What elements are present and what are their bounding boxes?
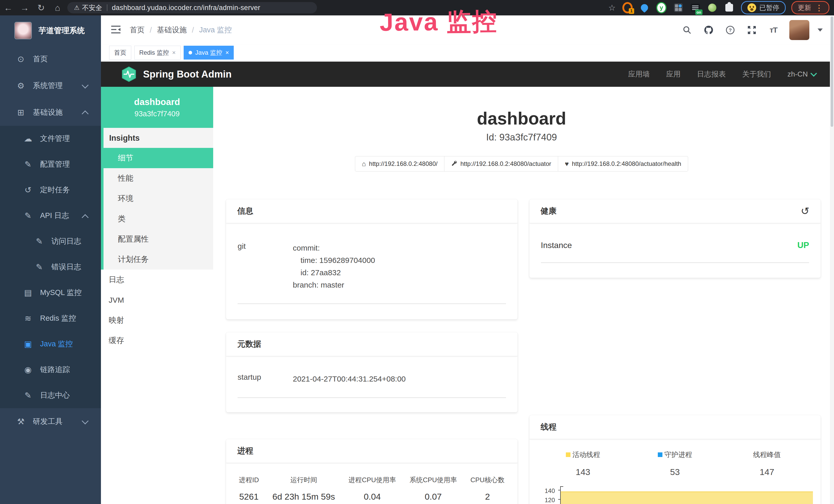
yellow-swatch-icon bbox=[566, 452, 570, 457]
sidebar-item-config-management[interactable]: ✎ 配置管理 bbox=[0, 152, 101, 177]
extensions-puzzle-icon[interactable] bbox=[724, 3, 734, 13]
legend-live-threads: 活动线程 bbox=[537, 450, 629, 459]
redis-icon: ≋ bbox=[22, 314, 34, 323]
sidebar-item-mysql-monitor[interactable]: ▤ MySQL 监控 bbox=[0, 280, 101, 305]
chevron-up-icon bbox=[82, 214, 89, 221]
extension-pin-icon[interactable] bbox=[639, 3, 650, 13]
sba-brand[interactable]: Spring Boot Admin bbox=[121, 66, 232, 82]
sba-nav-journal[interactable]: 日志报表 bbox=[697, 69, 726, 79]
sidebar-item-api-logs[interactable]: ✎ API 日志 bbox=[0, 203, 101, 229]
card-info: 信息 git commit: time: 1596289704000 id: 2… bbox=[226, 199, 518, 319]
extension-lines-icon[interactable]: on bbox=[690, 3, 700, 13]
chevron-up-icon bbox=[82, 110, 89, 117]
sba-item-metrics[interactable]: 性能 bbox=[104, 168, 213, 188]
card-info-title: 信息 bbox=[226, 199, 518, 223]
log-edit-icon: ✎ bbox=[34, 236, 45, 246]
history-icon[interactable]: ↺ bbox=[800, 205, 809, 217]
bookmark-star-icon[interactable]: ☆ bbox=[608, 3, 616, 13]
sba-item-classes[interactable]: 类 bbox=[104, 209, 213, 229]
github-icon[interactable] bbox=[703, 24, 714, 36]
sba-logo-icon bbox=[121, 66, 137, 82]
sidebar-item-system-management[interactable]: ⚙ 系统管理 bbox=[0, 72, 101, 99]
tab-home[interactable]: 首页 bbox=[109, 46, 131, 60]
sba-item-caches[interactable]: 缓存 bbox=[101, 330, 213, 351]
sba-item-jvm[interactable]: JVM bbox=[101, 290, 213, 310]
legend-daemon-threads: 守护进程 bbox=[629, 450, 721, 459]
sba-item-logs[interactable]: 日志 bbox=[101, 270, 213, 290]
app-logo-row[interactable]: 芋道管理系统 bbox=[0, 16, 101, 46]
eye-icon: ◉ bbox=[22, 365, 34, 374]
sba-item-details[interactable]: 细节 bbox=[101, 148, 213, 168]
app-title: 芋道管理系统 bbox=[39, 25, 85, 36]
user-avatar[interactable] bbox=[789, 20, 809, 40]
caret-down-icon[interactable] bbox=[817, 28, 823, 31]
metadata-value: 2021-04-27T00:44:31.254+08:00 bbox=[293, 373, 506, 385]
menu-kebab-icon: ⋮ bbox=[815, 3, 823, 12]
card-metadata: 元数据 startup 2021-04-27T00:44:31.254+08:0… bbox=[226, 332, 518, 412]
update-button[interactable]: 更新 ⋮ bbox=[791, 1, 829, 15]
actuator-url-link[interactable]: http://192.168.0.2:48080/actuator bbox=[444, 156, 558, 171]
extension-ring-icon[interactable]: 1 bbox=[622, 3, 633, 13]
breadcrumb-infrastructure[interactable]: 基础设施 bbox=[157, 25, 187, 35]
home-icon[interactable]: ⌂ bbox=[49, 3, 66, 13]
sidebar-item-file-management[interactable]: ☁ 文件管理 bbox=[0, 126, 101, 152]
back-icon[interactable]: ← bbox=[0, 3, 17, 13]
threads-legend: 活动线程 守护进程 线程峰值 bbox=[529, 439, 821, 459]
sba-item-mappings[interactable]: 映射 bbox=[101, 310, 213, 330]
sba-item-config-props[interactable]: 配置属性 bbox=[104, 229, 213, 249]
svg-text:?: ? bbox=[729, 27, 732, 33]
service-url-link[interactable]: ⌂ http://192.168.0.2:48080/ bbox=[355, 156, 445, 171]
dashboard-icon: ⊙ bbox=[15, 54, 27, 64]
sba-item-environment[interactable]: 环境 bbox=[104, 188, 213, 209]
sidebar-item-access-logs[interactable]: ✎ 访问日志 bbox=[0, 229, 101, 254]
card-health-title: 健康 bbox=[541, 206, 556, 216]
search-icon[interactable] bbox=[681, 24, 693, 36]
close-icon[interactable]: × bbox=[225, 49, 229, 56]
sidebar-item-error-logs[interactable]: ✎ 错误日志 bbox=[0, 254, 101, 280]
sidebar-item-java-monitor[interactable]: ▣ Java 监控 bbox=[0, 331, 101, 357]
sidebar-item-home[interactable]: ⊙ 首页 bbox=[0, 46, 101, 72]
fullscreen-icon[interactable] bbox=[746, 24, 758, 36]
page-scrollbar[interactable] bbox=[830, 16, 834, 504]
gear-icon: ⚙ bbox=[15, 81, 27, 91]
y-tick: 120 bbox=[538, 497, 555, 504]
extension-y-icon[interactable]: y bbox=[656, 3, 666, 13]
sba-brand-title: Spring Boot Admin bbox=[143, 69, 232, 80]
sidebar-item-dev-tools[interactable]: ⚒ 研发工具 bbox=[0, 408, 101, 435]
sba-nav-applications[interactable]: 应用 bbox=[666, 69, 681, 79]
tab-java-monitor[interactable]: Java 监控 × bbox=[184, 46, 234, 60]
reload-icon[interactable]: ↻ bbox=[33, 3, 49, 13]
sidebar-item-tracing[interactable]: ◉ 链路追踪 bbox=[0, 357, 101, 383]
collapse-sidebar-icon[interactable] bbox=[111, 25, 121, 35]
threads-area-chart: 140 120 100 bbox=[538, 486, 815, 504]
close-icon[interactable]: × bbox=[172, 49, 176, 56]
info-value: commit: time: 1596289704000 id: 27aa832 … bbox=[293, 242, 506, 291]
java-monitor-icon: ▣ bbox=[22, 339, 34, 349]
tools-icon: ⚒ bbox=[15, 417, 27, 427]
sidebar-item-scheduled-jobs[interactable]: ↺ 定时任务 bbox=[0, 177, 101, 203]
locale-selector[interactable]: zh-CN bbox=[788, 70, 816, 78]
sidebar-item-log-center[interactable]: ✎ 日志中心 bbox=[0, 383, 101, 408]
breadcrumb-home[interactable]: 首页 bbox=[130, 25, 145, 35]
extension-grid-icon[interactable] bbox=[673, 3, 683, 13]
address-bar[interactable]: ⚠ 不安全 dashboard.yudao.iocoder.cn/infra/a… bbox=[67, 2, 317, 13]
security-label: 不安全 bbox=[82, 3, 102, 12]
extension-leaf-icon[interactable] bbox=[707, 3, 717, 13]
card-process-title: 进程 bbox=[226, 439, 518, 463]
health-url-link[interactable]: ♥ http://192.168.0.2:48080/actuator/heal… bbox=[558, 156, 688, 171]
instance-header[interactable]: dashboard 93a3fc7f7409 bbox=[101, 87, 213, 128]
tab-redis-monitor[interactable]: Redis 监控 × bbox=[134, 46, 180, 60]
sba-nav-wallboard[interactable]: 应用墙 bbox=[628, 69, 650, 79]
edit-icon: ✎ bbox=[22, 159, 34, 169]
help-icon[interactable]: ? bbox=[725, 24, 736, 36]
instance-name: dashboard bbox=[134, 97, 180, 107]
sba-nav-about[interactable]: 关于我们 bbox=[742, 69, 771, 79]
font-size-icon[interactable]: ᴛT bbox=[768, 24, 779, 36]
forward-icon[interactable]: → bbox=[17, 3, 33, 13]
paused-button[interactable]: 已暂停 bbox=[741, 1, 786, 15]
sidebar-item-redis-monitor[interactable]: ≋ Redis 监控 bbox=[0, 305, 101, 331]
scrollbar-thumb[interactable] bbox=[831, 17, 833, 127]
sba-item-scheduled-tasks[interactable]: 计划任务 bbox=[104, 249, 213, 270]
sidebar-item-infrastructure[interactable]: ⊞ 基础设施 bbox=[0, 99, 101, 126]
app-sidebar: 芋道管理系统 ⊙ 首页 ⚙ 系统管理 ⊞ 基础设施 ☁ 文件管理 ✎ 配置管理 … bbox=[0, 16, 101, 504]
